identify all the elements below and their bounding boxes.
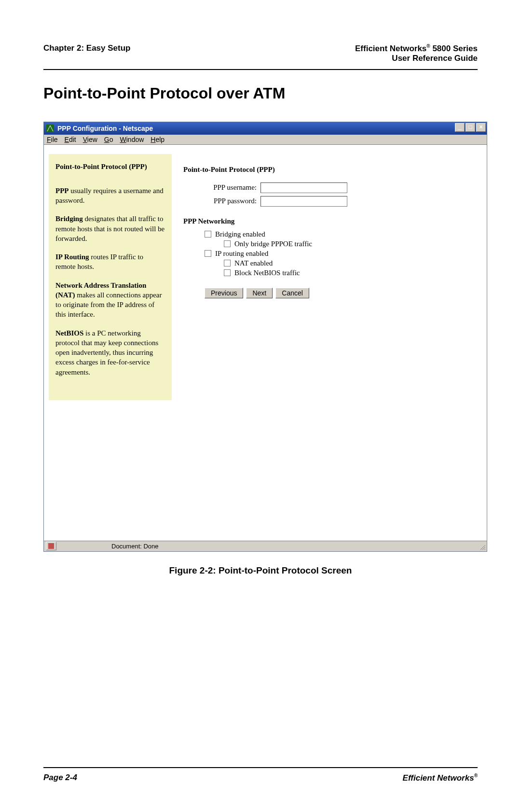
figure-caption: Figure 2-2: Point-to-Point Protocol Scre… bbox=[43, 565, 478, 576]
main-form-panel: Point-to-Point Protocol (PPP) PPP userna… bbox=[172, 154, 487, 307]
checkbox-row-block-netbios: Block NetBIOS traffic bbox=[183, 269, 478, 277]
checkbox-row-only-pppoe: Only bridge PPPOE traffic bbox=[183, 240, 478, 248]
help-text-ppp: PPP usually requires a username and pass… bbox=[55, 186, 165, 206]
help-text-nat: Network Address Translation (NAT) makes … bbox=[55, 280, 165, 320]
window-content: Point-to-Point Protocol (PPP) PPP usuall… bbox=[44, 145, 487, 541]
status-text: Document: Done bbox=[58, 543, 159, 550]
resize-grip-icon[interactable] bbox=[479, 544, 486, 550]
footer-rule bbox=[43, 767, 478, 768]
footer-page-number: Page 2-4 bbox=[43, 773, 77, 783]
document-header: Chapter 2: Easy Setup Efficient Networks… bbox=[43, 43, 478, 63]
ip-routing-checkbox[interactable] bbox=[205, 250, 211, 257]
username-input[interactable] bbox=[260, 182, 347, 193]
block-netbios-checkbox[interactable] bbox=[224, 269, 231, 276]
menu-go[interactable]: Go bbox=[104, 136, 113, 143]
password-input[interactable] bbox=[260, 196, 347, 207]
only-pppoe-checkbox-label: Only bridge PPPOE traffic bbox=[234, 240, 312, 248]
checkbox-row-ip-routing: IP routing enabled bbox=[183, 250, 478, 258]
window-statusbar: Document: Done bbox=[44, 541, 487, 551]
cancel-button[interactable]: Cancel bbox=[275, 288, 309, 298]
header-rule bbox=[43, 69, 478, 70]
form-heading-networking: PPP Networking bbox=[183, 217, 478, 225]
product-label: Efficient Networks® 5800 Series User Ref… bbox=[355, 43, 478, 63]
menu-view[interactable]: View bbox=[83, 136, 97, 143]
maximize-button[interactable]: □ bbox=[466, 123, 475, 132]
help-text-netbios: NetBIOS is a PC networking protocol that… bbox=[55, 328, 165, 377]
nat-checkbox-label: NAT enabled bbox=[234, 259, 273, 267]
password-label: PPP password: bbox=[199, 197, 260, 205]
help-panel: Point-to-Point Protocol (PPP) PPP usuall… bbox=[49, 154, 172, 400]
window-titlebar: PPP Configuration - Netscape _ □ × bbox=[44, 122, 487, 135]
netscape-icon bbox=[46, 124, 55, 133]
help-text-iprouting: IP Routing routes IP traffic to remote h… bbox=[55, 252, 165, 272]
username-label: PPP username: bbox=[199, 183, 260, 192]
svg-line-4 bbox=[484, 549, 485, 550]
chapter-label: Chapter 2: Easy Setup bbox=[43, 43, 130, 53]
checkbox-row-bridging: Bridging enabled bbox=[183, 230, 478, 238]
close-button[interactable]: × bbox=[476, 123, 486, 132]
previous-button[interactable]: Previous bbox=[205, 288, 243, 298]
window-title: PPP Configuration - Netscape bbox=[57, 125, 153, 132]
bridging-checkbox[interactable] bbox=[205, 231, 211, 238]
screenshot-window: PPP Configuration - Netscape _ □ × File … bbox=[43, 122, 487, 552]
status-icon bbox=[46, 542, 56, 550]
page-title: Point-to-Point Protocol over ATM bbox=[43, 84, 478, 102]
svg-rect-1 bbox=[48, 543, 54, 549]
window-menubar: File Edit View Go Window Help bbox=[44, 135, 487, 145]
minimize-button[interactable]: _ bbox=[455, 123, 465, 132]
footer-brand: Efficient Networks® bbox=[403, 773, 478, 783]
menu-window[interactable]: Window bbox=[120, 136, 144, 143]
block-netbios-checkbox-label: Block NetBIOS traffic bbox=[234, 269, 300, 277]
only-pppoe-checkbox[interactable] bbox=[224, 240, 231, 247]
menu-help[interactable]: Help bbox=[151, 136, 165, 143]
nat-checkbox[interactable] bbox=[224, 260, 231, 266]
next-button[interactable]: Next bbox=[246, 288, 273, 298]
help-panel-title: Point-to-Point Protocol (PPP) bbox=[55, 162, 165, 171]
ip-routing-checkbox-label: IP routing enabled bbox=[215, 250, 268, 258]
bridging-checkbox-label: Bridging enabled bbox=[215, 230, 265, 238]
menu-edit[interactable]: Edit bbox=[65, 136, 76, 143]
help-text-bridging: Bridging designates that all traffic to … bbox=[55, 214, 165, 243]
checkbox-row-nat: NAT enabled bbox=[183, 259, 478, 267]
document-footer: Page 2-4 Efficient Networks® bbox=[43, 767, 478, 783]
menu-file[interactable]: File bbox=[47, 136, 58, 143]
form-heading-ppp: Point-to-Point Protocol (PPP) bbox=[183, 166, 478, 174]
